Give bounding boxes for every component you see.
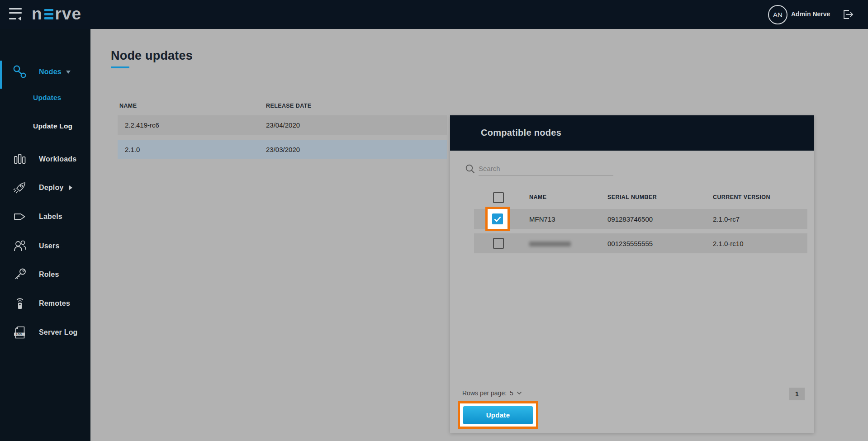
sidebar-item-update-log[interactable]: Update Log bbox=[0, 114, 90, 139]
workloads-icon bbox=[12, 151, 28, 167]
annotation-highlight-update: Update bbox=[458, 401, 538, 429]
sidebar-item-users[interactable]: Users bbox=[0, 232, 90, 261]
sidebar-item-label: Updates bbox=[33, 94, 62, 102]
checkbox-unchecked[interactable] bbox=[493, 238, 504, 249]
node-row[interactable]: MFN713 091283746500 2.1.0-rc7 bbox=[474, 209, 807, 229]
sidebar: Nodes Updates Update Log Workloads Deplo… bbox=[0, 29, 90, 441]
avatar-initials: AN bbox=[773, 11, 783, 19]
column-header-serial: SERIAL NUMBER bbox=[607, 194, 657, 200]
screen: n rve AN Admin Nerve Nodes Updates Updat… bbox=[0, 0, 868, 441]
column-header-name: NAME bbox=[119, 103, 137, 109]
title-underline bbox=[111, 66, 129, 68]
avatar[interactable]: AN bbox=[768, 5, 787, 24]
label-tag-icon bbox=[12, 209, 28, 225]
remote-control-icon bbox=[12, 295, 28, 312]
panel-footer: Rows per page: 5 1 bbox=[450, 385, 814, 403]
sidebar-item-labels[interactable]: Labels bbox=[0, 202, 90, 231]
sidebar-item-label: Server Log bbox=[39, 328, 78, 337]
top-bar: n rve AN Admin Nerve bbox=[0, 0, 868, 29]
node-row[interactable]: 001235555555 2.1.0-rc10 bbox=[474, 233, 807, 253]
rows-per-page-control[interactable]: Rows per page: 5 bbox=[462, 389, 522, 397]
redacted-node-name bbox=[529, 242, 571, 247]
server-log-icon: LOG bbox=[12, 324, 28, 341]
update-name: 2.2.419-rc6 bbox=[125, 121, 159, 129]
search-icon bbox=[465, 164, 476, 176]
deploy-rocket-icon bbox=[12, 180, 28, 196]
sidebar-item-nodes[interactable]: Nodes bbox=[0, 59, 90, 85]
select-all-checkbox[interactable] bbox=[493, 192, 504, 203]
rows-per-page-value: 5 bbox=[510, 389, 513, 397]
sidebar-item-roles[interactable]: Roles bbox=[0, 260, 90, 289]
users-icon bbox=[12, 238, 28, 254]
svg-text:LOG: LOG bbox=[16, 333, 22, 336]
pagination-page-1[interactable]: 1 bbox=[789, 388, 805, 400]
panel-title: Compatible nodes bbox=[481, 128, 561, 138]
user-name: Admin Nerve bbox=[791, 10, 830, 18]
compatible-nodes-panel: Compatible nodes NAME SERIAL NUMBER CURR… bbox=[450, 115, 814, 433]
panel-header: Compatible nodes bbox=[450, 115, 814, 151]
column-header-release-date: RELEASE DATE bbox=[266, 103, 311, 109]
sidebar-item-label: Nodes bbox=[39, 68, 62, 76]
key-icon bbox=[12, 266, 28, 283]
node-version: 2.1.0-rc10 bbox=[713, 240, 744, 247]
node-version: 2.1.0-rc7 bbox=[713, 215, 740, 223]
sidebar-item-remotes[interactable]: Remotes bbox=[0, 289, 90, 318]
node-serial: 001235555555 bbox=[607, 240, 653, 247]
sidebar-item-label: Users bbox=[39, 242, 59, 250]
logo-text-post: rve bbox=[55, 5, 82, 24]
sidebar-item-label: Deploy bbox=[39, 184, 64, 192]
update-button[interactable]: Update bbox=[463, 406, 533, 424]
search-input[interactable] bbox=[479, 162, 613, 175]
hamburger-menu-icon[interactable] bbox=[9, 8, 23, 21]
update-name: 2.1.0 bbox=[125, 146, 140, 153]
node-serial: 091283746500 bbox=[607, 215, 653, 223]
logo-e-bars-icon bbox=[44, 9, 53, 19]
sidebar-item-label: Roles bbox=[39, 270, 59, 279]
sidebar-item-label: Update Log bbox=[33, 122, 72, 130]
sidebar-item-server-log[interactable]: LOG Server Log bbox=[0, 318, 90, 347]
page-number: 1 bbox=[795, 390, 799, 398]
sidebar-item-label: Labels bbox=[39, 213, 62, 221]
update-release-date: 23/03/2020 bbox=[266, 146, 300, 153]
column-header-name: NAME bbox=[529, 194, 546, 200]
logo-text-pre: n bbox=[32, 5, 43, 24]
chevron-down-icon bbox=[66, 71, 71, 74]
sidebar-item-deploy[interactable]: Deploy bbox=[0, 173, 90, 202]
node-name: MFN713 bbox=[529, 215, 555, 223]
annotation-highlight-checkbox bbox=[485, 207, 510, 231]
search-row bbox=[465, 162, 614, 176]
sidebar-item-label: Remotes bbox=[39, 299, 70, 308]
collapse-arrow-icon bbox=[18, 16, 21, 21]
checkbox-checked[interactable] bbox=[492, 213, 503, 224]
sidebar-item-label: Workloads bbox=[39, 155, 76, 163]
nerve-logo: n rve bbox=[32, 5, 81, 24]
node-updates-table: NAME RELEASE DATE 2.2.419-rc6 23/04/2020… bbox=[118, 99, 447, 164]
rows-per-page-label: Rows per page: bbox=[462, 389, 507, 397]
page-title: Node updates bbox=[111, 49, 193, 63]
chevron-down-icon bbox=[517, 391, 522, 395]
update-release-date: 23/04/2020 bbox=[266, 121, 300, 129]
table-row[interactable]: 2.2.419-rc6 23/04/2020 bbox=[118, 115, 447, 135]
sidebar-item-workloads[interactable]: Workloads bbox=[0, 145, 90, 174]
sidebar-item-updates[interactable]: Updates bbox=[0, 85, 90, 110]
table-row-selected[interactable]: 2.1.0 23/03/2020 bbox=[118, 140, 447, 159]
logout-icon[interactable] bbox=[840, 7, 855, 22]
panel-table-header: NAME SERIAL NUMBER CURRENT VERSION bbox=[450, 188, 814, 208]
nodes-icon bbox=[12, 64, 28, 80]
table-header-row: NAME RELEASE DATE bbox=[118, 99, 447, 115]
column-header-version: CURRENT VERSION bbox=[713, 194, 770, 200]
chevron-right-icon bbox=[69, 185, 72, 190]
